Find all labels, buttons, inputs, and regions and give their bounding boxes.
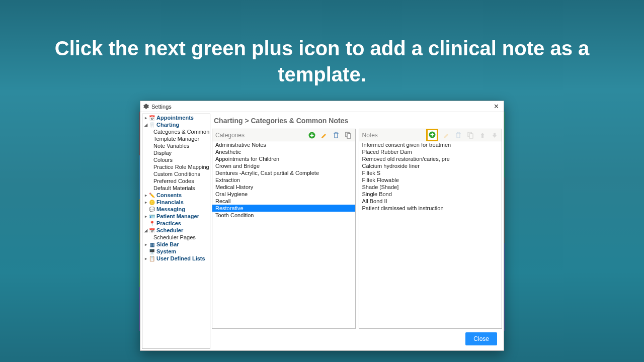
close-button[interactable]: Close xyxy=(465,332,497,345)
add-note-highlight xyxy=(426,129,438,141)
category-item[interactable]: Restorative xyxy=(212,205,355,212)
notes-pane: Notes Informed consent given fo xyxy=(359,129,503,329)
window-title: Settings xyxy=(151,104,492,110)
add-category-button[interactable] xyxy=(308,131,316,139)
settings-tree[interactable]: ▸📅Appointments ◢🦷Charting Categories & C… xyxy=(142,114,210,349)
category-item[interactable]: Extraction xyxy=(212,176,355,184)
monitor-icon: 🖥️ xyxy=(149,248,155,254)
settings-window: Settings ✕ ▸📅Appointments ◢🦷Charting Cat… xyxy=(140,101,504,351)
note-item[interactable]: Calcium hydroxide liner xyxy=(359,162,502,169)
note-item[interactable]: Single Bond xyxy=(359,191,502,198)
notes-header: Notes xyxy=(359,129,502,141)
copy-category-button[interactable] xyxy=(344,131,352,139)
category-item[interactable]: Dentures -Acrylic, Cast partial & Comple… xyxy=(212,169,355,176)
categories-title: Categories xyxy=(215,132,308,139)
scheduler-icon: 📅 xyxy=(149,227,155,233)
note-item[interactable]: Filtek S xyxy=(359,169,502,176)
tree-scheduler[interactable]: ◢📅Scheduler xyxy=(142,227,210,234)
tree-messaging[interactable]: ▸💬Messaging xyxy=(142,206,210,213)
calendar-icon: 📅 xyxy=(149,115,155,121)
copy-note-button[interactable] xyxy=(466,131,474,139)
edit-note-button[interactable] xyxy=(442,131,450,139)
breadcrumb: Charting > Categories & Common Notes xyxy=(212,114,502,129)
note-item[interactable]: Placed Rubber Dam xyxy=(359,148,502,155)
move-down-button[interactable] xyxy=(491,131,499,139)
category-item[interactable]: Recall xyxy=(212,198,355,205)
close-icon[interactable]: ✕ xyxy=(492,103,501,110)
card-icon: 🪪 xyxy=(149,213,155,219)
tree-display[interactable]: Display xyxy=(142,149,210,156)
categories-pane: Categories Administrative NotesAnestheti… xyxy=(212,129,356,329)
tooth-icon: 🦷 xyxy=(149,122,155,128)
tree-default-materials[interactable]: Default Materials xyxy=(142,185,210,192)
notes-list[interactable]: Informed consent given for treatmenPlace… xyxy=(359,141,502,328)
list-icon: 📋 xyxy=(149,255,155,261)
tree-appointments[interactable]: ▸📅Appointments xyxy=(142,114,210,121)
note-item[interactable]: Patient dismissed with instruction xyxy=(359,205,502,212)
note-item[interactable]: Filtek Flowable xyxy=(359,176,502,184)
pin-icon: 📍 xyxy=(149,220,155,226)
tree-custom-conditions[interactable]: Custom Conditions xyxy=(142,170,210,177)
category-item[interactable]: Crown and Bridge xyxy=(212,162,355,169)
tree-practices[interactable]: ▸📍Practices xyxy=(142,220,210,227)
svg-rect-5 xyxy=(469,134,473,138)
tree-financials[interactable]: ▸🪙Financials xyxy=(142,199,210,206)
tree-system[interactable]: ▸🖥️System xyxy=(142,248,210,255)
delete-category-button[interactable] xyxy=(332,131,340,139)
instruction-text: Click the next green plus icon to add a … xyxy=(0,0,644,103)
category-item[interactable]: Tooth Condition xyxy=(212,212,355,219)
svg-rect-2 xyxy=(347,134,351,138)
note-item[interactable]: All Bond II xyxy=(359,198,502,205)
tree-scheduler-pages[interactable]: Scheduler Pages xyxy=(142,234,210,241)
note-item[interactable]: Informed consent given for treatmen xyxy=(359,141,502,148)
category-item[interactable]: Anesthetic xyxy=(212,148,355,155)
category-item[interactable]: Appointments for Children xyxy=(212,155,355,162)
categories-header: Categories xyxy=(212,129,355,141)
tree-patient-manager[interactable]: ▸🪪Patient Manager xyxy=(142,213,210,220)
pen-icon: ✏️ xyxy=(149,192,155,198)
coins-icon: 🪙 xyxy=(149,199,155,205)
tree-sidebar[interactable]: ▸▥Side Bar xyxy=(142,241,210,248)
notes-title: Notes xyxy=(362,132,427,139)
tree-colours[interactable]: Colours xyxy=(142,156,210,163)
category-item[interactable]: Oral Hygiene xyxy=(212,191,355,198)
titlebar: Settings ✕ xyxy=(140,101,504,112)
category-item[interactable]: Medical History xyxy=(212,184,355,191)
tree-categories-notes[interactable]: Categories & Common Notes xyxy=(142,128,210,135)
delete-note-button[interactable] xyxy=(454,131,462,139)
category-item[interactable]: Administrative Notes xyxy=(212,141,355,148)
tree-template-manager[interactable]: Template Manager xyxy=(142,135,210,142)
note-item[interactable]: Shade [Shade] xyxy=(359,184,502,191)
tree-charting[interactable]: ◢🦷Charting xyxy=(142,121,210,128)
tree-user-defined-lists[interactable]: ▸📋User Defined Lists xyxy=(142,255,210,262)
tree-note-variables[interactable]: Note Variables xyxy=(142,142,210,149)
categories-list[interactable]: Administrative NotesAnestheticAppointmen… xyxy=(212,141,355,328)
note-item[interactable]: Removed old restoration/caries, pre xyxy=(359,155,502,162)
move-up-button[interactable] xyxy=(478,131,487,139)
tree-practice-role-mapping[interactable]: Practice Role Mapping xyxy=(142,163,210,170)
tree-preferred-codes[interactable]: Preferred Codes xyxy=(142,177,210,185)
gear-icon xyxy=(143,104,149,109)
tree-consents[interactable]: ▸✏️Consents xyxy=(142,192,210,199)
edit-category-button[interactable] xyxy=(320,131,328,139)
add-note-button[interactable] xyxy=(428,131,436,139)
sidebar-icon: ▥ xyxy=(149,241,155,247)
chat-icon: 💬 xyxy=(149,206,155,212)
